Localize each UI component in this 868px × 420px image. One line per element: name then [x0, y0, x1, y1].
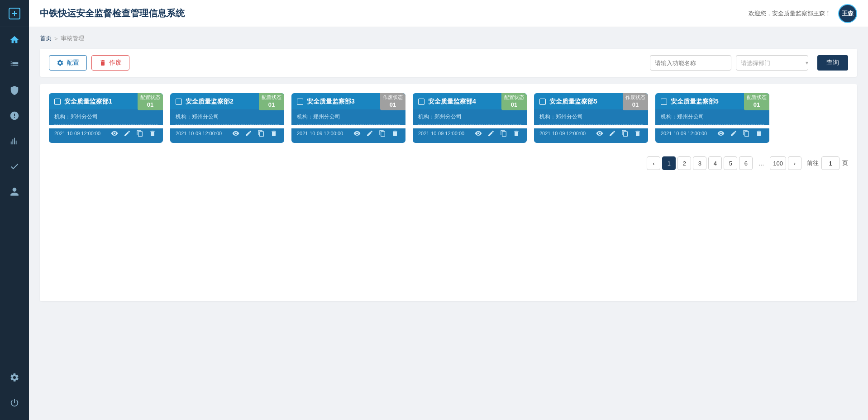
card-action-delete[interactable] [754, 128, 764, 138]
page-button-5[interactable]: 5 [724, 156, 737, 170]
config-label: 配置 [67, 59, 79, 67]
card-action-view[interactable] [595, 128, 605, 138]
query-button[interactable]: 查询 [817, 55, 848, 71]
card-action-view[interactable] [352, 128, 362, 138]
sidebar-item-list[interactable] [0, 52, 29, 78]
card-org: 机构：郑州分公司 [418, 113, 521, 121]
sidebar-item-alert[interactable] [0, 103, 29, 128]
card-action-copy[interactable] [377, 128, 387, 138]
card-action-delete[interactable] [511, 128, 521, 138]
card-header: 安全质量监察部5 作废状态01 [534, 93, 648, 109]
next-page-button[interactable]: › [788, 156, 801, 170]
card-action-edit[interactable] [243, 128, 253, 138]
card-divider [297, 124, 400, 125]
card-action-view[interactable] [716, 128, 726, 138]
page-button-1[interactable]: 1 [662, 156, 676, 170]
card-item[interactable]: 安全质量监察部4 配置状态01 机构：郑州分公司 2021-10-09 12:0… [413, 93, 527, 143]
breadcrumb-home[interactable]: 首页 [40, 34, 52, 42]
header: 中铁快运安全监督检查管理信息系统 欢迎您，安全质量监察部王森！ 王森 [29, 0, 868, 27]
card-action-edit[interactable] [729, 128, 739, 138]
sidebar-item-shield[interactable] [0, 78, 29, 103]
card-checkbox[interactable] [297, 99, 303, 105]
card-checkbox[interactable] [661, 99, 667, 105]
card-action-delete[interactable] [269, 128, 279, 138]
sidebar-item-home[interactable] [0, 27, 29, 52]
card-checkbox[interactable] [539, 99, 546, 105]
card-date: 2021-10-09 12:00:00 [176, 131, 222, 136]
goto-input[interactable] [821, 156, 839, 170]
page-button-3[interactable]: 3 [693, 156, 706, 170]
search-input[interactable] [650, 55, 731, 71]
card-body: 机构：郑州分公司 [534, 109, 648, 125]
card-action-view[interactable] [110, 128, 119, 138]
breadcrumb-sep: > [54, 35, 58, 42]
card-header: 安全质量监察部2 配置状态01 [170, 93, 284, 109]
card-divider [539, 124, 643, 125]
card-action-view[interactable] [473, 128, 483, 138]
card-action-delete[interactable] [390, 128, 400, 138]
card-item[interactable]: 安全质量监察部3 作废状态01 机构：郑州分公司 2021-10-09 12:0… [291, 93, 405, 143]
card-action-view[interactable] [231, 128, 241, 138]
discard-button[interactable]: 作废 [91, 55, 129, 71]
card-header: 安全质量监察部4 配置状态01 [413, 93, 527, 109]
card-action-delete[interactable] [148, 128, 157, 138]
card-action-edit[interactable] [486, 128, 496, 138]
page-ellipsis: … [754, 156, 768, 170]
app-title: 中铁快运安全监督检查管理信息系统 [40, 7, 749, 19]
card-date: 2021-10-09 12:00:00 [661, 131, 707, 136]
goto-label: 前往 [807, 159, 819, 167]
sidebar [0, 0, 29, 420]
shield-icon [10, 85, 19, 95]
dept-select[interactable]: 请选择部门 [736, 55, 808, 71]
card-item[interactable]: 安全质量监察部2 配置状态01 机构：郑州分公司 2021-10-09 12:0… [170, 93, 284, 143]
card-action-copy[interactable] [135, 128, 145, 138]
card-actions [595, 128, 643, 138]
card-action-edit[interactable] [365, 128, 375, 138]
sidebar-item-check[interactable] [0, 154, 29, 179]
card-title: 安全质量监察部5 [549, 98, 597, 106]
sidebar-item-settings[interactable] [0, 365, 29, 390]
card-divider [418, 124, 521, 125]
card-item[interactable]: 安全质量监察部5 作废状态01 机构：郑州分公司 2021-10-09 12:0… [534, 93, 648, 143]
config-icon [57, 59, 64, 66]
card-date: 2021-10-09 12:00:00 [54, 131, 100, 136]
page-button-2[interactable]: 2 [677, 156, 691, 170]
card-badge: 配置状态01 [138, 93, 163, 110]
page-goto: 前往 页 [807, 156, 848, 170]
card-date: 2021-10-09 12:00:00 [418, 131, 464, 136]
card-actions [473, 128, 521, 138]
card-checkbox[interactable] [54, 99, 61, 105]
discard-label: 作废 [109, 59, 122, 67]
card-item[interactable]: 安全质量监察部1 配置状态01 机构：郑州分公司 2021-10-09 12:0… [49, 93, 163, 143]
card-action-copy[interactable] [741, 128, 751, 138]
sidebar-item-power[interactable] [0, 390, 29, 415]
page-button-6[interactable]: 6 [739, 156, 753, 170]
card-action-edit[interactable] [607, 128, 617, 138]
sidebar-item-chart[interactable] [0, 128, 29, 154]
card-action-edit[interactable] [122, 128, 132, 138]
card-item[interactable]: 安全质量监察部5 配置状态01 机构：郑州分公司 2021-10-09 12:0… [655, 93, 769, 143]
alert-icon [10, 111, 19, 121]
card-action-copy[interactable] [256, 128, 266, 138]
sidebar-logo [0, 0, 29, 27]
page-button-100[interactable]: 100 [770, 156, 786, 170]
card-action-delete[interactable] [633, 128, 643, 138]
dept-select-wrapper: 请选择部门 [736, 55, 813, 71]
user-icon [10, 187, 19, 197]
card-action-copy[interactable] [620, 128, 630, 138]
card-body: 机构：郑州分公司 [291, 109, 405, 125]
card-action-copy[interactable] [499, 128, 509, 138]
page-button-4[interactable]: 4 [708, 156, 722, 170]
card-actions [352, 128, 400, 138]
sidebar-item-user[interactable] [0, 179, 29, 204]
card-badge: 配置状态01 [259, 93, 284, 110]
avatar[interactable]: 王森 [838, 4, 857, 23]
card-checkbox[interactable] [418, 99, 424, 105]
card-body: 机构：郑州分公司 [413, 109, 527, 125]
card-checkbox[interactable] [176, 99, 182, 105]
config-button[interactable]: 配置 [49, 55, 87, 71]
settings-icon [10, 373, 19, 382]
card-header: 安全质量监察部3 作废状态01 [291, 93, 405, 109]
prev-page-button[interactable]: ‹ [647, 156, 660, 170]
card-org: 机构：郑州分公司 [297, 113, 400, 121]
